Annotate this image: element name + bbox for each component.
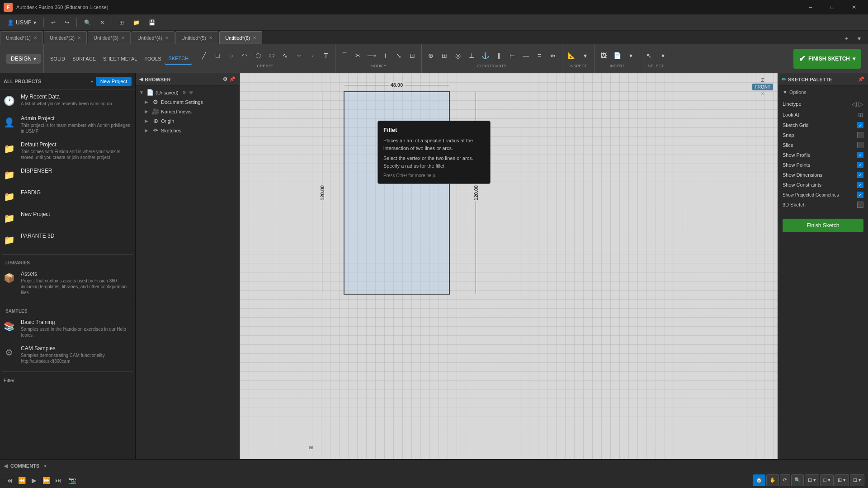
circle-tool[interactable]: ○ <box>225 49 237 62</box>
browser-pin-button[interactable]: 📌 <box>229 76 236 82</box>
snap-checkbox[interactable] <box>857 132 863 138</box>
step-back-button[interactable]: ⏪ <box>16 474 28 486</box>
list-item[interactable]: ⚙ CAM Samples Samples demonstrating CAM … <box>0 342 135 368</box>
finish-sketch-button[interactable]: ✔ FINISH SKETCH ▾ <box>793 49 861 69</box>
surface-tab[interactable]: SURFACE <box>69 53 99 65</box>
canvas-area[interactable]: Z FRONT X 48.00 120.00 120.00 -70 <box>240 73 778 459</box>
equal-constraint[interactable]: = <box>533 49 546 62</box>
solid-tab[interactable]: SOLID <box>47 53 69 65</box>
tab-close-icon[interactable]: ✕ <box>121 35 125 40</box>
view-options-button[interactable]: ⊡ ▾ <box>805 474 819 486</box>
ellipse-tool[interactable]: ⬭ <box>265 49 278 62</box>
linetype-left-icon[interactable]: ◁ <box>852 100 857 108</box>
search-button[interactable]: 🔍 <box>80 17 94 28</box>
list-item[interactable]: 📁 PARANTE 3D <box>0 229 135 251</box>
list-item[interactable]: 📚 Basic Training Samples used in the Han… <box>0 315 135 342</box>
list-item[interactable]: 📁 FABDIG <box>0 186 135 207</box>
show-dimensions-checkbox[interactable]: ✓ <box>857 172 863 178</box>
open-button[interactable]: 📁 <box>129 17 143 28</box>
grid-view-button[interactable]: ⊞ <box>116 17 127 28</box>
conic-tool[interactable]: ⌣ <box>292 49 305 62</box>
unsaved-visibility-icon[interactable]: 👁 <box>189 90 193 95</box>
palette-pin-button[interactable]: 📌 <box>858 76 864 82</box>
trim-tool[interactable]: ✂ <box>352 49 364 62</box>
more-tabs-button[interactable]: ▾ <box>854 33 864 44</box>
select-dropdown[interactable]: ▾ <box>656 49 669 62</box>
spline-tool[interactable]: ∿ <box>279 49 292 62</box>
new-tab-button[interactable]: + <box>841 33 852 44</box>
tab-untitled-3[interactable]: Untitled*(3) ✕ <box>88 31 131 44</box>
collapse-icon[interactable]: ▼ <box>783 89 788 95</box>
tree-item-origin[interactable]: ▶ ⊕ Origin <box>136 116 239 126</box>
parallel-constraint[interactable]: ∥ <box>492 49 505 62</box>
list-item[interactable]: 📁 New Project <box>0 207 135 229</box>
skip-to-start-button[interactable]: ⏮ <box>4 474 15 486</box>
insert-dropdown[interactable]: ▾ <box>624 49 637 62</box>
linetype-right-icon[interactable]: ▷ <box>859 100 863 108</box>
tab-close-icon[interactable]: ✕ <box>33 35 37 40</box>
grid-display-button[interactable]: ⊞ ▾ <box>835 474 849 486</box>
look-at-button[interactable]: ⊞ <box>858 111 863 118</box>
show-profile-checkbox[interactable]: ✓ <box>857 152 863 158</box>
3d-sketch-checkbox[interactable] <box>857 202 863 208</box>
fillet-tool[interactable]: ⌒ <box>338 49 351 62</box>
sketch-grid-checkbox[interactable]: ✓ <box>857 122 863 128</box>
linetype-selector[interactable]: ◁ ▷ <box>852 100 863 108</box>
list-item[interactable]: 📁 DISPENSER <box>0 164 135 186</box>
fix-constraint[interactable]: ⚓ <box>479 49 491 62</box>
skip-to-end-button[interactable]: ⏭ <box>52 474 64 486</box>
show-projected-checkbox[interactable]: ✓ <box>857 192 863 198</box>
step-forward-button[interactable]: ⏩ <box>40 474 52 486</box>
tools-tab[interactable]: TOOLS <box>141 53 165 65</box>
inspect-dropdown[interactable]: ▾ <box>579 49 591 62</box>
tab-untitled-1[interactable]: Untitled*(1) ✕ <box>0 31 43 44</box>
sheet-metal-tab[interactable]: SHEET METAL <box>99 53 141 65</box>
text-tool[interactable]: T <box>320 49 332 62</box>
unsaved-settings-icon[interactable]: ⚙ <box>182 90 186 95</box>
save-button[interactable]: 💾 <box>145 17 159 28</box>
browser-options-button[interactable]: ⚙ <box>223 76 227 82</box>
home-view-button[interactable]: 🏠 <box>753 474 765 486</box>
collapse-browser-button[interactable]: ◀ <box>139 76 143 82</box>
display-mode-button[interactable]: □ ▾ <box>820 474 834 486</box>
horizontal-constraint[interactable]: — <box>519 49 532 62</box>
tab-close-icon[interactable]: ✕ <box>253 35 256 40</box>
scale-tool[interactable]: ⤡ <box>392 49 405 62</box>
sketch-tab[interactable]: SKETCH <box>165 53 192 65</box>
concentric-constraint[interactable]: ◎ <box>452 49 464 62</box>
collinear-constraint[interactable]: ⊞ <box>438 49 451 62</box>
tab-close-icon[interactable]: ✕ <box>209 35 212 40</box>
pan-button[interactable]: ✋ <box>766 474 779 486</box>
tab-untitled-4[interactable]: Untitled*(4) ✕ <box>132 31 175 44</box>
orbit-button[interactable]: ⟳ <box>780 474 790 486</box>
tree-item-sketches[interactable]: ▶ ✏ Sketches <box>136 126 239 135</box>
tab-close-icon[interactable]: ✕ <box>77 35 81 40</box>
comments-toggle-button[interactable]: ● <box>44 463 47 468</box>
insert-dxf-tool[interactable]: 📄 <box>611 49 623 62</box>
offset-tool[interactable]: ⊡ <box>406 49 419 62</box>
close-project-button[interactable]: ✕ <box>96 17 108 28</box>
show-points-checkbox[interactable]: ✓ <box>857 162 863 168</box>
restore-button[interactable]: □ <box>822 0 843 14</box>
extend-tool[interactable]: ⟶ <box>365 49 378 62</box>
zoom-fit-button[interactable]: 🔍 <box>791 474 804 486</box>
collapse-comments-button[interactable]: ◀ <box>4 463 8 469</box>
line-tool[interactable]: ╱ <box>198 49 210 62</box>
rectangle-tool[interactable]: □ <box>211 49 224 62</box>
play-button[interactable]: ▶ <box>28 474 40 486</box>
list-item[interactable]: 👤 Admin Project This project is for team… <box>0 112 135 138</box>
redo-button[interactable]: ↪ <box>61 17 73 28</box>
finish-sketch-palette-button[interactable]: Finish Sketch <box>783 219 863 232</box>
break-tool[interactable]: ⌇ <box>379 49 392 62</box>
select-tool[interactable]: ↖ <box>643 49 656 62</box>
close-button[interactable]: ✕ <box>844 0 864 14</box>
tab-untitled-6[interactable]: Untitled*(6) ✕ <box>219 31 262 44</box>
timeline-button[interactable]: 📷 <box>66 474 78 486</box>
tab-close-icon[interactable]: ✕ <box>165 35 169 40</box>
inspect-tool[interactable]: 📐 <box>565 49 578 62</box>
polygon-tool[interactable]: ⬡ <box>252 49 264 62</box>
tree-item-document-settings[interactable]: ▶ ⚙ Document Settings <box>136 97 239 107</box>
list-item[interactable]: 📁 Default Project This comes with Fusion… <box>0 138 135 164</box>
perpendicular-constraint[interactable]: ⊢ <box>506 49 519 62</box>
tree-item-named-views[interactable]: ▶ 🎥 Named Views <box>136 107 239 116</box>
